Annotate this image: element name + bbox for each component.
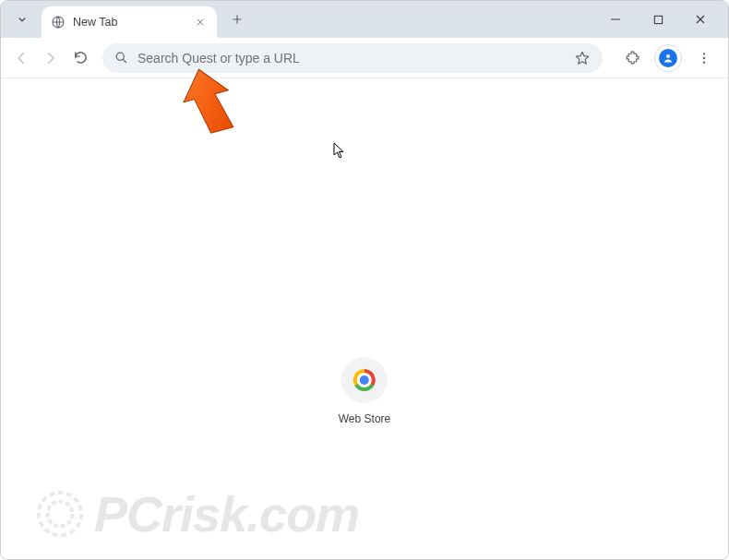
search-tabs-button[interactable] — [6, 4, 38, 35]
reload-button[interactable] — [67, 45, 93, 71]
svg-point-5 — [703, 56, 705, 58]
svg-point-4 — [703, 53, 705, 54]
toolbar — [1, 38, 728, 78]
minimize-icon — [610, 14, 621, 25]
extensions-button[interactable] — [619, 45, 645, 71]
address-bar[interactable] — [102, 43, 603, 73]
shortcut-label: Web Store — [339, 412, 390, 425]
extensions-icon — [625, 50, 640, 66]
maximize-button[interactable] — [645, 6, 671, 32]
browser-window: New Tab — [0, 0, 729, 560]
tab-title: New Tab — [73, 16, 193, 29]
svg-point-6 — [703, 61, 705, 63]
profile-button[interactable] — [654, 44, 682, 72]
minimize-button[interactable] — [603, 6, 628, 32]
chevron-down-icon — [16, 13, 29, 26]
arrow-right-icon — [42, 50, 59, 66]
toolbar-actions — [612, 44, 721, 72]
shortcut-tile — [341, 357, 388, 403]
svg-rect-1 — [654, 16, 662, 23]
new-tab-page: Web Store — [1, 78, 728, 560]
arrow-left-icon — [13, 50, 30, 66]
bookmark-button[interactable] — [573, 49, 592, 67]
star-icon — [574, 50, 591, 66]
reload-icon — [73, 50, 89, 66]
search-icon — [114, 51, 128, 66]
close-icon — [695, 14, 706, 25]
kebab-icon — [697, 51, 711, 66]
back-button[interactable] — [8, 45, 34, 71]
avatar-icon — [659, 49, 677, 67]
close-icon — [196, 18, 205, 27]
forward-button[interactable] — [38, 45, 64, 71]
shortcut-web-store[interactable]: Web Store — [339, 357, 390, 425]
omnibox-input[interactable] — [137, 51, 573, 66]
window-controls — [603, 1, 723, 38]
plus-icon — [231, 13, 244, 26]
close-window-button[interactable] — [687, 6, 713, 32]
tab-strip: New Tab — [1, 1, 728, 38]
globe-icon — [51, 15, 66, 30]
new-tab-button[interactable] — [224, 6, 250, 32]
tab-close-button[interactable] — [193, 15, 208, 30]
svg-point-3 — [666, 54, 670, 58]
browser-tab[interactable]: New Tab — [42, 6, 217, 38]
menu-button[interactable] — [691, 45, 717, 71]
chrome-store-icon — [353, 369, 376, 391]
maximize-icon — [653, 15, 663, 25]
